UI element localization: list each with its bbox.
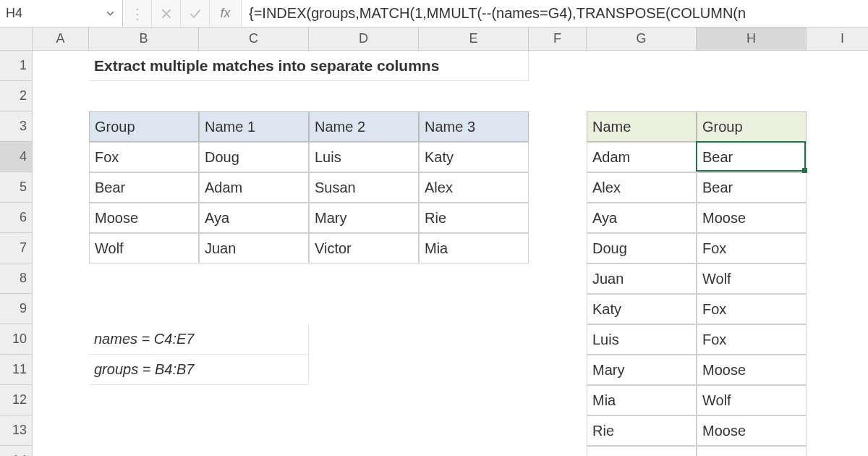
right-cell-name[interactable]: Juan xyxy=(587,263,697,294)
right-cell-name[interactable]: Susan xyxy=(587,446,697,456)
row-header-9[interactable]: 9 xyxy=(0,294,33,324)
left-cell-group[interactable]: Fox xyxy=(89,142,199,172)
left-cell-n3[interactable]: Rie xyxy=(419,203,529,233)
row-header-14[interactable]: 14 xyxy=(0,446,33,456)
row-header-6[interactable]: 6 xyxy=(0,203,33,233)
left-cell-n3[interactable]: Katy xyxy=(419,142,529,172)
right-cell-name[interactable]: Katy xyxy=(587,294,697,324)
right-cell-name[interactable]: Aya xyxy=(587,203,697,233)
right-cell-group[interactable]: Wolf xyxy=(697,385,807,415)
row-header-13[interactable]: 13 xyxy=(0,415,33,446)
left-cell-n1[interactable]: Doug xyxy=(199,142,309,172)
row-header-1[interactable]: 1 xyxy=(0,51,33,81)
column-header-F[interactable]: F xyxy=(529,28,587,51)
right-cell-group[interactable]: Moose xyxy=(697,203,807,233)
formula-input[interactable]: {=INDEX(groups,MATCH(1,MMULT(--(names=G4… xyxy=(242,0,868,27)
formula-bar: H4 ⋮ fx {=INDEX(groups,MATCH(1,MMULT(--(… xyxy=(0,0,868,28)
right-cell-group[interactable]: Fox xyxy=(697,324,807,355)
left-cell-n3[interactable]: Mia xyxy=(419,233,529,263)
left-cell-group[interactable]: Moose xyxy=(89,203,199,233)
left-header-n3: Name 3 xyxy=(419,111,529,142)
left-cell-group[interactable]: Bear xyxy=(89,172,199,203)
right-cell-name[interactable]: Adam xyxy=(587,142,697,172)
right-cell-name[interactable]: Doug xyxy=(587,233,697,263)
cancel-icon[interactable] xyxy=(152,0,181,27)
left-cell-n2[interactable]: Susan xyxy=(309,172,419,203)
right-cell-group[interactable]: Fox xyxy=(697,294,807,324)
divider: ⋮ xyxy=(123,0,152,27)
page-title: Extract multiple matches into separate c… xyxy=(89,51,529,81)
row-header-2[interactable]: 2 xyxy=(0,81,33,111)
name-box-value: H4 xyxy=(6,6,22,21)
column-header-I[interactable]: I xyxy=(807,28,868,51)
fx-label[interactable]: fx xyxy=(210,0,242,27)
row-header-12[interactable]: 12 xyxy=(0,385,33,415)
name-box[interactable]: H4 xyxy=(0,0,123,27)
column-header-G[interactable]: G xyxy=(587,28,697,51)
left-cell-n2[interactable]: Victor xyxy=(309,233,419,263)
chevron-down-icon[interactable] xyxy=(103,7,116,20)
left-cell-n2[interactable]: Luis xyxy=(309,142,419,172)
right-header-name: Name xyxy=(587,111,697,142)
row-header-3[interactable]: 3 xyxy=(0,111,33,142)
right-cell-group[interactable]: Bear xyxy=(697,446,807,456)
right-cell-name[interactable]: Luis xyxy=(587,324,697,355)
row-header-5[interactable]: 5 xyxy=(0,172,33,203)
column-header-C[interactable]: C xyxy=(199,28,309,51)
right-cell-group[interactable]: Bear xyxy=(697,142,807,172)
left-header-n1: Name 1 xyxy=(199,111,309,142)
select-all-corner[interactable] xyxy=(0,28,33,51)
left-cell-n1[interactable]: Juan xyxy=(199,233,309,263)
left-cell-n2[interactable]: Mary xyxy=(309,203,419,233)
column-headers: ABCDEFGHI xyxy=(33,28,868,51)
row-header-8[interactable]: 8 xyxy=(0,263,33,294)
note-groups: groups = B4:B7 xyxy=(89,355,309,385)
left-header-n2: Name 2 xyxy=(309,111,419,142)
enter-icon[interactable] xyxy=(181,0,210,27)
left-cell-n1[interactable]: Aya xyxy=(199,203,309,233)
right-cell-group[interactable]: Moose xyxy=(697,355,807,385)
right-cell-name[interactable]: Mary xyxy=(587,355,697,385)
note-names: names = C4:E7 xyxy=(89,324,309,355)
right-cell-name[interactable]: Rie xyxy=(587,415,697,446)
right-cell-group[interactable]: Wolf xyxy=(697,263,807,294)
row-header-10[interactable]: 10 xyxy=(0,324,33,355)
right-cell-name[interactable]: Alex xyxy=(587,172,697,203)
column-header-E[interactable]: E xyxy=(419,28,529,51)
row-header-4[interactable]: 4 xyxy=(0,142,33,172)
row-header-7[interactable]: 7 xyxy=(0,233,33,263)
left-cell-group[interactable]: Wolf xyxy=(89,233,199,263)
right-cell-group[interactable]: Bear xyxy=(697,172,807,203)
row-header-11[interactable]: 11 xyxy=(0,355,33,385)
column-header-D[interactable]: D xyxy=(309,28,419,51)
right-cell-group[interactable]: Moose xyxy=(697,415,807,446)
left-cell-n3[interactable]: Alex xyxy=(419,172,529,203)
right-cell-name[interactable]: Mia xyxy=(587,385,697,415)
left-header-group: Group xyxy=(89,111,199,142)
column-header-A[interactable]: A xyxy=(33,28,89,51)
left-cell-n1[interactable]: Adam xyxy=(199,172,309,203)
row-headers: 1234567891011121314 xyxy=(0,51,33,456)
right-header-group: Group xyxy=(697,111,807,142)
right-cell-group[interactable]: Fox xyxy=(697,233,807,263)
column-header-B[interactable]: B xyxy=(89,28,199,51)
column-header-H[interactable]: H xyxy=(697,28,807,51)
